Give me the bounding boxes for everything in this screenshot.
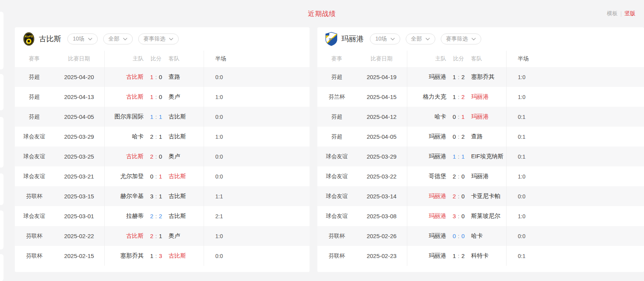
match-row[interactable]: 球会友谊 2025-03-08 玛丽港 3 : 0 斯莱坡尼尔 1:0 — [317, 206, 644, 226]
match-row[interactable]: 球会友谊 2025-03-29 玛丽港 1 : 1 EIF埃克纳斯 0:1 — [317, 147, 644, 166]
score: 1 : 2 — [446, 94, 471, 100]
score: 1 : 0 — [144, 94, 169, 100]
match-row[interactable]: 芬兰杯 2025-04-15 格力夫克 1 : 2 玛丽港 1:0 — [317, 87, 644, 107]
league-cell: 球会友谊 — [317, 173, 356, 180]
league-cell: 芬联杯 — [15, 253, 54, 260]
away-team: 古比斯 — [169, 193, 204, 200]
date-cell: 2025-04-19 — [356, 74, 407, 80]
header-score: 比分 — [144, 55, 169, 62]
away-score: 2 — [461, 133, 465, 140]
date-cell: 2025-02-26 — [356, 233, 407, 239]
league-cell: 芬联杯 — [15, 193, 54, 200]
date-cell: 2025-03-08 — [356, 213, 407, 219]
home-team: 玛丽港 — [407, 252, 446, 260]
match-cell: 玛丽港 1 : 2 科特卡 — [407, 252, 506, 260]
team-logo-icon: KuPS — [23, 32, 35, 46]
away-score: 0 — [461, 233, 465, 239]
away-team: EIF埃克纳斯 — [471, 153, 506, 160]
match-row[interactable]: 芬联杯 2025-02-23 玛丽港 1 : 2 科特卡 0:1 — [317, 246, 644, 266]
match-row[interactable]: 球会友谊 2025-03-01 拉赫蒂 2 : 2 古比斯 2:1 — [15, 206, 310, 226]
team-results-panel: IFK 玛丽港 10场 全部 赛事筛选 赛事 比赛日期 主队 比分 客队 半场 … — [317, 27, 644, 272]
home-team: 拉赫蒂 — [104, 212, 144, 220]
filter-dropdown[interactable]: 全部 — [406, 34, 435, 44]
score-colon: : — [458, 153, 459, 160]
score-colon: : — [458, 173, 459, 180]
date-cell: 2025-03-14 — [356, 193, 407, 200]
halftime-cell: 1:1 — [204, 193, 223, 200]
match-row[interactable]: 芬超 2025-04-20 古比斯 1 : 0 查路 0:0 — [15, 67, 310, 87]
match-row[interactable]: 芬超 2025-04-05 玛丽港 0 : 2 查路 0:1 — [317, 127, 644, 147]
score: 3 : 0 — [446, 213, 471, 219]
filter-label: 10场 — [73, 35, 84, 42]
chevron-down-icon — [472, 38, 476, 41]
date-cell: 2025-02-23 — [356, 253, 407, 259]
match-row[interactable]: 芬超 2025-04-19 玛丽港 1 : 2 塞那乔其 1:0 — [317, 67, 644, 87]
match-row[interactable]: 球会友谊 2025-03-14 玛丽港 2 : 0 卡亚尼卡帕 0:0 — [317, 186, 644, 206]
match-row[interactable]: 芬超 2025-04-13 古比斯 1 : 0 奥卢 1:0 — [15, 87, 310, 107]
match-row[interactable]: 芬超 2025-04-05 图尔库国际 1 : 1 古比斯 0:0 — [15, 107, 310, 127]
away-team: 斯莱坡尼尔 — [471, 212, 506, 220]
halftime-cell: 1:0 — [506, 213, 525, 219]
away-score: 2 — [461, 94, 465, 100]
home-score: 1 — [150, 74, 153, 80]
home-team: 玛丽港 — [407, 153, 446, 160]
away-score: 1 — [461, 153, 465, 160]
away-team: 古比斯 — [169, 113, 204, 120]
away-score: 0 — [159, 153, 162, 160]
home-score: 0 — [150, 173, 153, 180]
match-row[interactable]: 球会友谊 2025-03-29 哈卡 2 : 1 古比斯 1:0 — [15, 127, 310, 147]
header-score: 比分 — [446, 55, 471, 62]
filter-dropdown[interactable]: 全部 — [103, 34, 133, 44]
filter-dropdown[interactable]: 10场 — [370, 34, 400, 44]
match-row[interactable]: 芬联杯 2025-02-22 古比斯 2 : 1 奥卢 1:0 — [15, 226, 310, 246]
match-cell: 赫尔辛基 3 : 1 古比斯 — [104, 193, 204, 200]
score: 0 : 1 — [144, 173, 169, 180]
date-cell: 2025-02-22 — [54, 233, 104, 239]
team-header: IFK 玛丽港 10场 全部 赛事筛选 — [317, 27, 644, 51]
table-body: 芬超 2025-04-20 古比斯 1 : 0 查路 0:0 芬超 2025-0… — [15, 67, 310, 266]
top-bar: 近期战绩 横板 | 竖版 — [0, 0, 644, 27]
layout-toggle-vertical[interactable]: 竖版 — [625, 10, 635, 17]
layout-toggle: 横板 | 竖版 — [607, 10, 635, 17]
layout-toggle-horizontal[interactable]: 横板 — [607, 10, 618, 17]
match-cell: 玛丽港 3 : 0 斯莱坡尼尔 — [407, 212, 506, 220]
match-cell: 玛丽港 2 : 0 卡亚尼卡帕 — [407, 193, 506, 200]
match-row[interactable]: 球会友谊 2025-03-22 哥德堡 2 : 0 玛丽港 1:0 — [317, 166, 644, 186]
filter-dropdown[interactable]: 赛事筛选 — [441, 34, 481, 44]
away-score: 1 — [159, 193, 162, 200]
background-panel-edge — [0, 173, 4, 205]
away-score: 0 — [159, 74, 162, 80]
away-team: 查路 — [169, 73, 204, 81]
score-colon: : — [155, 173, 157, 180]
match-row[interactable]: 芬超 2025-04-12 哈卡 0 : 1 玛丽港 0:1 — [317, 107, 644, 127]
chevron-down-icon — [391, 38, 395, 41]
filter-dropdown[interactable]: 赛事筛选 — [138, 34, 179, 44]
home-score: 2 — [150, 233, 153, 239]
match-row[interactable]: 芬联杯 2025-02-26 玛丽港 0 : 0 哈卡 0:0 — [317, 226, 644, 246]
match-cell: 图尔库国际 1 : 1 古比斯 — [104, 113, 204, 120]
home-team: 格力夫克 — [407, 93, 446, 101]
away-score: 1 — [159, 133, 162, 140]
match-row[interactable]: 芬联杯 2025-02-15 塞那乔其 1 : 3 古比斯 0:0 — [15, 246, 310, 266]
date-cell: 2025-02-15 — [54, 253, 104, 259]
header-away: 客队 — [169, 55, 204, 62]
match-row[interactable]: 球会友谊 2025-03-21 尤尔加登 0 : 1 古比斯 0:0 — [15, 166, 310, 186]
away-score: 2 — [159, 213, 162, 219]
league-cell: 芬超 — [317, 133, 356, 140]
match-row[interactable]: 芬联杯 2025-03-15 赫尔辛基 3 : 1 古比斯 1:1 — [15, 186, 310, 206]
league-cell: 球会友谊 — [15, 153, 54, 160]
score: 0 : 1 — [446, 113, 471, 120]
chevron-down-icon — [169, 38, 173, 41]
home-team: 哈卡 — [104, 133, 144, 140]
home-score: 2 — [150, 153, 153, 160]
filter-dropdown[interactable]: 10场 — [67, 34, 98, 44]
table-body: 芬超 2025-04-19 玛丽港 1 : 2 塞那乔其 1:0 芬兰杯 202… — [317, 67, 644, 266]
layout-toggle-separator: | — [620, 11, 622, 17]
league-cell: 芬超 — [15, 94, 54, 101]
match-row[interactable]: 球会友谊 2025-03-25 古比斯 2 : 0 奥卢 0:0 — [15, 147, 310, 166]
match-cell: 格力夫克 1 : 2 玛丽港 — [407, 93, 506, 101]
home-team: 塞那乔其 — [104, 252, 144, 260]
team-name: 玛丽港 — [341, 34, 364, 44]
date-cell: 2025-03-29 — [356, 153, 407, 160]
home-score: 2 — [150, 213, 153, 219]
